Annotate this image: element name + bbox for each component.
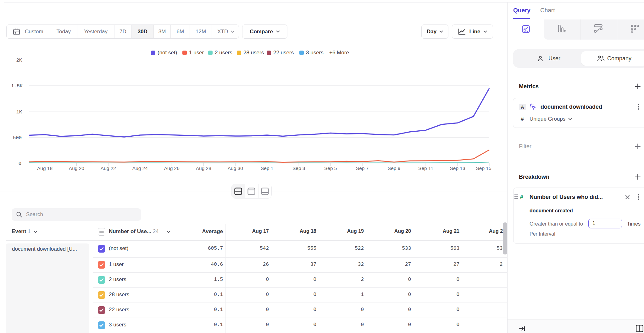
svg-text:Sep 15: Sep 15 [476,166,491,171]
svg-text:Sep 1: Sep 1 [261,166,274,171]
svg-text:Sep 13: Sep 13 [450,166,465,171]
svg-text:500: 500 [13,135,22,141]
svg-text:Sep 9: Sep 9 [388,166,401,171]
svg-text:Aug 30: Aug 30 [228,166,243,171]
svg-text:Aug 18: Aug 18 [37,166,53,171]
svg-text:0: 0 [19,161,21,166]
svg-text:Sep 11: Sep 11 [418,166,433,171]
svg-text:Sep 7: Sep 7 [356,166,369,171]
svg-text:2K: 2K [16,57,22,63]
svg-text:Aug 22: Aug 22 [101,166,116,171]
svg-text:Sep 5: Sep 5 [324,166,337,171]
svg-text:Aug 26: Aug 26 [164,166,180,171]
svg-text:1K: 1K [16,109,22,115]
svg-text:1.5K: 1.5K [11,83,23,89]
svg-text:Aug 20: Aug 20 [69,166,85,171]
svg-text:Aug 28: Aug 28 [196,166,211,171]
svg-text:Aug 24: Aug 24 [132,166,148,171]
svg-text:Sep 3: Sep 3 [292,166,305,171]
